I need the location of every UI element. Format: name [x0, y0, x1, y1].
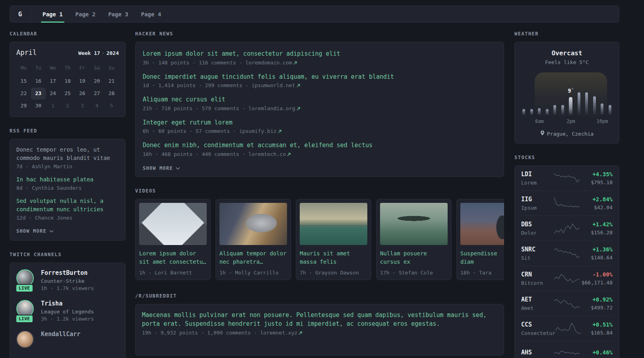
rss-item-title[interactable]: In hac habitasse platea: [16, 175, 119, 184]
stock-change-pct: +1.42%: [580, 221, 613, 228]
stock-symbol: LDI: [521, 171, 554, 178]
rss-item-title[interactable]: Sed volutpat nulla nisl, a condimentum n…: [16, 197, 119, 214]
tab-page-2[interactable]: Page 2: [71, 6, 101, 22]
stock-row[interactable]: AHS +0.46%: [521, 341, 613, 358]
calendar-day[interactable]: 27: [89, 88, 104, 99]
channel-game[interactable]: Counter-Strike: [41, 278, 94, 284]
stock-symbol: AET: [521, 296, 554, 303]
avatar: [16, 331, 35, 354]
channel-name[interactable]: KendallCarr: [41, 331, 80, 338]
calendar-day-selected[interactable]: 23: [31, 88, 46, 99]
external-link-icon[interactable]: [292, 60, 297, 66]
hn-item-title[interactable]: Aliquam nec cursus elit: [143, 95, 497, 104]
tab-page-4[interactable]: Page 4: [136, 6, 166, 22]
video-thumbnail[interactable]: [219, 203, 287, 245]
calendar-grid: Mo Tu We Th Fr Sa Su 15 16 17 18 19 20 2…: [16, 63, 119, 112]
calendar-day-next-month[interactable]: 4: [89, 100, 104, 112]
weather-hour-bar: [538, 108, 541, 115]
hn-item-title[interactable]: Donec enim nibh, condimentum et accumsan…: [143, 141, 497, 150]
channel-name[interactable]: Trisha: [41, 300, 94, 307]
tab-page-1[interactable]: Page 1: [38, 6, 68, 22]
calendar-day-next-month[interactable]: 1: [46, 100, 60, 112]
video-card[interactable]: Suspendisse diam 18h · Tara: [456, 199, 504, 280]
video-title[interactable]: Nullam posuere cursus ex: [380, 249, 448, 266]
calendar-day[interactable]: 21: [104, 75, 119, 87]
reddit-post-title[interactable]: Maecenas mollis pulvinar erat non posuer…: [142, 311, 497, 329]
video-thumbnail[interactable]: [300, 203, 367, 245]
stock-row[interactable]: AETAmet +0.92%$499.72: [521, 291, 613, 316]
stock-name: Lorem: [521, 180, 554, 186]
external-link-icon[interactable]: [295, 105, 300, 111]
video-title[interactable]: Suspendisse diam: [460, 249, 504, 266]
stock-name: Dolor: [521, 230, 554, 236]
calendar-month: April: [16, 49, 37, 56]
calendar-day[interactable]: 26: [75, 88, 89, 99]
video-thumbnail[interactable]: [460, 203, 504, 245]
external-link-icon[interactable]: [286, 151, 291, 157]
hn-item-meta: 21h · 710 points · 579 comments · loreml…: [143, 105, 497, 111]
weather-hour-bar: [609, 105, 611, 115]
tab-page-3[interactable]: Page 3: [103, 6, 133, 22]
hn-show-more-button[interactable]: SHOW MORE: [143, 165, 180, 171]
stock-name: Consectetur: [521, 330, 555, 336]
calendar-day[interactable]: 19: [75, 75, 89, 87]
video-meta: 7h · Grayson Dawson: [300, 270, 367, 276]
calendar-day[interactable]: 18: [60, 75, 75, 87]
video-card[interactable]: Mauris sit amet massa felis 7h · Grayson…: [296, 199, 371, 280]
weather-location[interactable]: Prague, Czechia: [522, 130, 612, 137]
weather-hour-bar: [522, 109, 525, 115]
stock-row[interactable]: SNRCSit +1.36%$148.64: [521, 241, 613, 266]
twitch-widget: LIVE ForrestBurton Counter-Strike 1h · 1…: [10, 263, 126, 358]
calendar-day[interactable]: 24: [46, 88, 60, 99]
app-logo[interactable]: G: [10, 6, 31, 22]
video-card[interactable]: Lorem ipsum dolor sit amet consectetu… 1…: [135, 199, 211, 280]
weekday-label: Sa: [89, 63, 104, 75]
twitch-channel[interactable]: LIVE ForrestBurton Counter-Strike 1h · 1…: [16, 269, 119, 292]
hn-item-title[interactable]: Lorem ipsum dolor sit amet, consectetur …: [143, 49, 497, 58]
stock-row[interactable]: LDILorem +4.35%$795.18: [521, 166, 613, 191]
stock-price: $165.84: [581, 330, 613, 336]
external-link-icon[interactable]: [277, 128, 281, 134]
video-title[interactable]: Lorem ipsum dolor sit amet consectetu…: [139, 249, 207, 266]
video-thumbnail[interactable]: [380, 203, 448, 245]
calendar-day[interactable]: 30: [31, 100, 46, 112]
calendar-day-next-month[interactable]: 2: [60, 100, 75, 112]
external-link-icon[interactable]: [297, 330, 302, 336]
calendar-day-next-month[interactable]: 5: [104, 100, 119, 112]
right-column: WEATHER Overcast Feels like 5°C 9° 6am 2…: [514, 31, 619, 358]
stock-row[interactable]: DBSDolor +1.42%$156.28: [521, 216, 613, 241]
hn-item-title[interactable]: Integer eget rutrum lorem: [143, 118, 497, 127]
calendar-day-next-month[interactable]: 3: [75, 100, 89, 112]
stock-row[interactable]: IIGIpsum +2.84%$42.04: [521, 191, 613, 216]
calendar-day[interactable]: 17: [46, 75, 60, 87]
rss-item-meta: 12d · Chance Jones: [16, 215, 119, 221]
calendar-day[interactable]: 29: [16, 100, 31, 112]
video-card[interactable]: Nullam posuere cursus ex 17h · Stefan Co…: [376, 199, 452, 280]
reddit-post-meta: 19h · 9,932 points · 1,090 comments · lo…: [142, 330, 497, 336]
hn-item-title[interactable]: Donec imperdiet augue tincidunt felis al…: [143, 72, 497, 82]
video-thumbnail[interactable]: [139, 203, 207, 245]
calendar-day[interactable]: 15: [16, 75, 31, 87]
video-meta: 1h · Lori Barnett: [139, 270, 207, 276]
weather-bars: [522, 91, 611, 115]
calendar-day[interactable]: 28: [104, 88, 119, 99]
calendar-day[interactable]: 20: [89, 75, 104, 87]
rss-item-title[interactable]: Donec tempor eros leo, ut commodo mauris…: [16, 146, 119, 162]
weather-condition: Overcast: [522, 49, 612, 57]
twitch-channel[interactable]: KendallCarr: [16, 331, 119, 354]
video-title[interactable]: Aliquam tempor dolor nec pharetra…: [219, 249, 287, 266]
channel-game[interactable]: League of Legends: [41, 309, 94, 315]
channel-name[interactable]: ForrestBurton: [41, 269, 94, 276]
stock-sparkline: [554, 171, 580, 185]
video-title[interactable]: Mauris sit amet massa felis: [300, 249, 367, 266]
hn-item: Donec imperdiet augue tincidunt felis al…: [143, 72, 497, 89]
rss-show-more-button[interactable]: SHOW MORE: [16, 228, 54, 234]
external-link-icon[interactable]: [295, 82, 300, 88]
stock-row[interactable]: CCSConsectetur +0.51%$165.84: [521, 316, 613, 341]
calendar-day[interactable]: 25: [60, 88, 75, 99]
twitch-channel[interactable]: LIVE Trisha League of Legends 3h · 1.2k …: [16, 300, 119, 323]
stock-row[interactable]: CRNBitcorn -1.00%$66,171.48: [521, 266, 613, 291]
calendar-day[interactable]: 22: [16, 88, 31, 99]
calendar-day[interactable]: 16: [31, 75, 46, 87]
video-card[interactable]: Aliquam tempor dolor nec pharetra… 1h · …: [215, 199, 291, 280]
